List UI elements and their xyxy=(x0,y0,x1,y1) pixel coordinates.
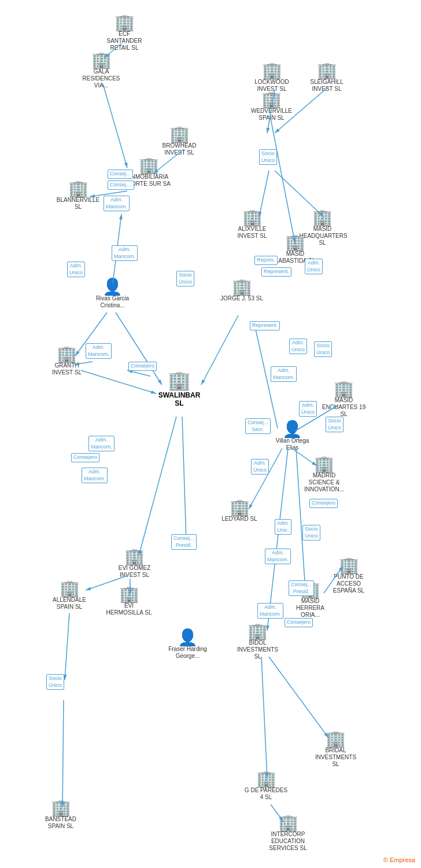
g-de-paredes-label: G DE PAREDES 4 SL xyxy=(243,787,289,801)
evi-gomez-icon: 🏢 xyxy=(124,549,145,565)
banstead-icon: 🏢 xyxy=(51,800,71,816)
g-de-paredes-icon: 🏢 xyxy=(256,771,276,787)
badge-adm-mancom-1[interactable]: Adm.Mancom. xyxy=(104,196,130,211)
gala-residences-icon: 🏢 xyxy=(91,52,112,68)
bridal-icon: 🏢 xyxy=(326,731,346,747)
copyright-text: © Empresa xyxy=(383,856,415,863)
badge-adm-unico-5[interactable]: Adm.Único xyxy=(251,459,269,475)
badge-consej-presid-1[interactable]: Consej...Presid. xyxy=(171,534,197,550)
badge-consej-presid-2[interactable]: Consej...Presid. xyxy=(289,580,314,596)
badge-consejero-4[interactable]: Consejero xyxy=(285,618,313,627)
badge-consejero-2[interactable]: Consejero xyxy=(71,453,99,462)
node-ledyard: 🏢 LEDYARD SL xyxy=(216,499,263,523)
masid-hq-icon: 🏢 xyxy=(312,209,333,226)
badge-adm-mancom-8[interactable]: Adm.Mancom. xyxy=(257,603,283,619)
badge-adm-unico-2[interactable]: Adm.Único xyxy=(305,259,323,274)
node-wedverville: 🏢 WEDVERVILLE SPAIN SL xyxy=(247,91,296,122)
browhead-label: BROWHEAD INVEST SL xyxy=(156,142,202,156)
browhead-icon: 🏢 xyxy=(169,126,190,142)
fraser-harding-label: Fraser Harding George... xyxy=(165,646,211,660)
node-gala-residences: 🏢 GALA RESIDENCES VIA... xyxy=(78,52,124,89)
granth-invest-icon: 🏢 xyxy=(57,346,77,362)
node-evi-hermosilla: 🏢 EVI HERMOSILLA SL xyxy=(106,586,152,616)
node-browhead: 🏢 BROWHEAD INVEST SL xyxy=(156,126,202,156)
svg-line-2 xyxy=(103,84,127,168)
badge-adm-unico-4[interactable]: Adm.Único xyxy=(299,401,317,417)
sleigahill-icon: 🏢 xyxy=(317,62,337,79)
badge-represent-2[interactable]: Represent. xyxy=(250,321,280,330)
badge-adm-unico-1[interactable]: Adm.Unico xyxy=(67,262,85,277)
node-punto-acceso: 🏢 PUNTO DE ACCESO ESPAÑA SL xyxy=(323,557,375,594)
badge-socio-unico-allendale[interactable]: SocioÚnico xyxy=(46,674,64,690)
badge-adm-unic-2[interactable]: Adm.Unic. xyxy=(275,519,291,535)
punto-acceso-icon: 🏢 xyxy=(339,557,359,573)
badge-adm-mancom-6[interactable]: Adm.Mancom. xyxy=(82,468,108,483)
svg-line-27 xyxy=(261,657,267,778)
badge-adm-mancom-5[interactable]: Adm.Mancom. xyxy=(88,436,115,451)
rivas-garcia-icon: 👤 xyxy=(102,279,123,295)
ecf-santander-icon: 🏢 xyxy=(115,14,135,31)
badge-consejero-1[interactable]: Consejero xyxy=(128,362,157,371)
swalinbar-label: SWALINBAR SL xyxy=(156,391,202,408)
badge-consejero-3[interactable]: Consejero xyxy=(309,499,338,508)
node-g-de-paredes: 🏢 G DE PAREDES 4 SL xyxy=(243,771,289,801)
granth-invest-label: GRANTH INVEST SL xyxy=(44,362,90,376)
node-villan-ortega: 👤 Villan Ortega Elias xyxy=(268,421,317,451)
banstead-label: BANSTEAD SPAIN SL xyxy=(38,816,84,830)
evi-hermosilla-label: EVI HERMOSILLA SL xyxy=(106,602,152,616)
gala-residences-label: GALA RESIDENCES VIA... xyxy=(78,68,124,89)
punto-acceso-label: PUNTO DE ACCESO ESPAÑA SL xyxy=(326,573,372,594)
node-jorge-j: 🏢 JORGE J. 53 SL xyxy=(219,279,265,302)
node-madrid-science: 🏢 MADRID SCIENCE & INNOVATION... xyxy=(297,456,352,493)
badge-adm-mancom-4[interactable]: Adm.Mancom. xyxy=(86,343,112,359)
node-lockwood: 🏢 LOCKWOOD INVEST SL xyxy=(249,62,295,93)
ecf-santander-label: ECF SANTANDER RETAIL SL xyxy=(101,31,147,52)
fraser-harding-icon: 👤 xyxy=(178,630,198,646)
svg-line-24 xyxy=(62,700,64,807)
badge-consej-secr[interactable]: Consej...Secr. xyxy=(245,418,271,434)
svg-line-12 xyxy=(81,370,156,393)
intercorp-label: INTERCORP EDUCATION SERVICES SL xyxy=(265,831,311,852)
madrid-science-label: MADRID SCIENCE & INNOVATION... xyxy=(301,472,348,493)
node-masid-encuartes: 🏢 MASID ENCUARTES 19 SL xyxy=(319,381,368,418)
node-banstead: 🏢 BANSTEAD SPAIN SL xyxy=(38,800,84,830)
node-bridal: 🏢 BRIDAL INVESTMENTS SL xyxy=(311,731,360,768)
badge-socio-unico-browhead[interactable]: SocioÚnico xyxy=(176,271,194,286)
badge-socio-unico-3[interactable]: SocioÚnico xyxy=(326,417,344,432)
badge-adm-unico-3[interactable]: Adm.Único xyxy=(289,339,307,354)
wedverville-label: WEDVERVILLE SPAIN SL xyxy=(249,108,295,122)
badge-represent-1[interactable]: Represent. xyxy=(261,267,291,277)
blannerville-icon: 🏢 xyxy=(68,181,88,197)
badge-socio-unico-2[interactable]: SocioÚnico xyxy=(314,341,332,357)
badge-consej-1[interactable]: Consej... xyxy=(108,170,133,179)
masid-labastida-icon: 🏢 xyxy=(285,234,305,251)
badge-adm-mancom-2[interactable]: Adm.Mancom. xyxy=(112,245,138,261)
jorge-j-label: JORGE J. 53 SL xyxy=(220,295,263,302)
evi-gomez-label: EVI GOMEZ INVEST SL xyxy=(112,565,158,579)
madrid-science-icon: 🏢 xyxy=(314,456,334,472)
villan-ortega-label: Villan Ortega Elias xyxy=(269,437,316,451)
ledyard-icon: 🏢 xyxy=(230,499,250,516)
allendale-icon: 🏢 xyxy=(60,580,80,597)
swalinbar-icon: 🏢 xyxy=(168,369,191,391)
badge-adm-mancom-7[interactable]: Adm.Mancom. xyxy=(265,549,291,564)
alixville-icon: 🏢 xyxy=(242,209,263,226)
node-granth-invest: 🏢 GRANTH INVEST SL xyxy=(42,346,91,376)
badge-socio-unico-1[interactable]: SocioÚnico xyxy=(259,149,277,165)
bidol-label: BIDOL INVESTMENTS SL xyxy=(235,639,281,660)
bridal-label: BRIDAL INVESTMENTS SL xyxy=(313,747,359,768)
badge-adm-mancom-3[interactable]: Adm.Mancom. xyxy=(271,366,297,382)
svg-line-28 xyxy=(269,657,328,738)
jorge-j-icon: 🏢 xyxy=(232,279,252,295)
node-allendale: 🏢 ALLENDALE SPAIN SL xyxy=(46,580,93,610)
node-bidol: 🏢 BIDOL INVESTMENTS SL xyxy=(233,623,282,660)
node-swalinbar: 🏢 SWALINBAR SL xyxy=(153,369,205,408)
badge-consej-2[interactable]: Consej.... xyxy=(108,181,134,190)
badge-repres-1[interactable]: Repres. xyxy=(254,256,278,265)
alixville-label: ALIXVILLE INVEST SL xyxy=(229,226,275,240)
villan-ortega-icon: 👤 xyxy=(282,421,302,437)
svg-line-13 xyxy=(127,370,150,376)
rivas-garcia-label: Rivas Garcia Cristina... xyxy=(90,295,136,309)
node-sleigahill: 🏢 SLEIGAHILL INVEST SL xyxy=(304,62,350,93)
badge-socio-unico-4[interactable]: SocioÚnico xyxy=(302,525,320,540)
